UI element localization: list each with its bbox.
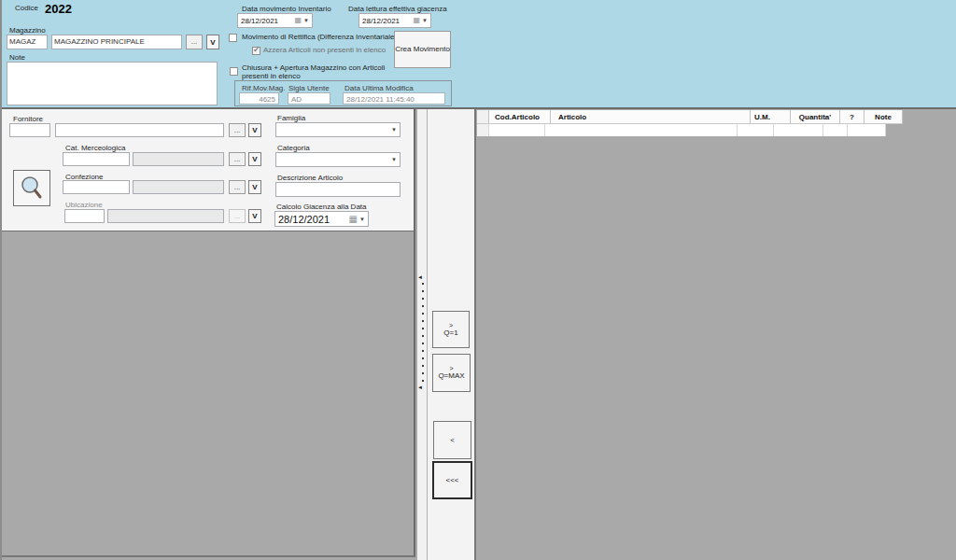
calendar-icon: ▦ (294, 17, 302, 24)
add-quantity-one-button[interactable]: > Q=1 (432, 311, 470, 348)
categoria-label: Categoria (277, 144, 310, 152)
data-lettura-value: 28/12/2021 (362, 17, 413, 25)
data-lettura-datepicker[interactable]: 28/12/2021 ▦ ▼ (358, 13, 431, 28)
cell-note[interactable] (848, 124, 886, 136)
column-header-note[interactable]: Note (865, 110, 903, 124)
magazzino-label: Magazzino (9, 26, 46, 35)
row-selector-cell[interactable] (477, 124, 489, 136)
chevron-down-icon: ▼ (391, 157, 397, 162)
data-modifica-label: Data Ultima Modifica (344, 84, 414, 92)
magazzino-name-input[interactable]: MAGAZZINO PRINCIPALE (51, 35, 182, 49)
rettifica-checkbox-label: Movimento di Rettifica (Differenza Inven… (242, 33, 397, 41)
chevron-down-icon: ▼ (359, 217, 365, 222)
calcolo-giacenza-value: 28/12/2021 (278, 214, 349, 225)
top-panel: Codice 2022 Magazzino MAGAZ MAGAZZINO PR… (2, 0, 956, 109)
chevron-down-icon: ▼ (303, 18, 309, 23)
confezione-browse-button[interactable]: ... (229, 180, 246, 194)
remove-all-label: <<< (445, 476, 458, 485)
splitter-dots (422, 283, 424, 384)
codice-label: Codice (15, 4, 38, 12)
fornitore-label: Fornitore (13, 115, 43, 123)
fornitore-name-input[interactable] (55, 123, 224, 137)
add-quantity-max-label: Q=MAX (438, 371, 464, 381)
chiusura-checkbox[interactable] (230, 67, 238, 76)
remove-all-button[interactable]: <<< (432, 461, 472, 499)
chevron-down-icon: ▼ (422, 18, 428, 23)
search-icon (20, 175, 44, 202)
descrizione-input[interactable] (275, 182, 401, 197)
column-header-flag[interactable]: ? (840, 110, 865, 124)
inventory-movement-window: Codice 2022 Magazzino MAGAZ MAGAZZINO PR… (0, 0, 956, 560)
left-empty-area (2, 231, 415, 557)
confezione-name-input (133, 180, 224, 194)
famiglia-select[interactable]: ▼ (275, 122, 401, 137)
confezione-code-input[interactable] (63, 180, 130, 194)
articles-table: Cod.Articolo Articolo U.M. Quantita' ? N… (474, 109, 956, 560)
row-selector-header[interactable] (477, 110, 489, 124)
sigla-utente-label: Sigla Utente (288, 84, 330, 92)
ubicazione-label: Ubicazione (65, 201, 103, 209)
cell-flag[interactable] (823, 124, 848, 136)
column-header-cod-articolo[interactable]: Cod.Articolo (489, 110, 551, 124)
data-modifica-value: 28/12/2021 11:45:40 (343, 92, 445, 105)
magazzino-browse-button[interactable]: ... (186, 35, 203, 49)
magazzino-view-button[interactable]: V (206, 35, 219, 49)
cat-merceologica-label: Cat. Merceologica (65, 144, 125, 152)
cell-cod-articolo[interactable] (489, 124, 545, 136)
azzera-checkbox-label: Azzera Articoli non presenti in elenco (263, 46, 386, 54)
magazzino-code-input[interactable]: MAGAZ (7, 35, 48, 49)
ubicazione-view-button[interactable]: V (248, 209, 261, 223)
remove-one-label: < (450, 436, 455, 445)
data-movimento-label: Data movimento Inventario (242, 5, 331, 13)
data-lettura-label: Data lettura effettiva giacenza (348, 5, 447, 13)
fornitore-code-input[interactable] (9, 123, 50, 137)
note-label: Note (9, 53, 25, 62)
remove-one-button[interactable]: < (433, 421, 471, 459)
chevron-down-icon: ▼ (391, 127, 397, 133)
add-quantity-one-label: Q=1 (443, 329, 457, 338)
confezione-view-button[interactable]: V (248, 180, 261, 194)
cell-articolo[interactable] (545, 124, 738, 136)
sigla-utente-value: AD (288, 92, 330, 105)
search-button[interactable] (13, 170, 50, 206)
splitter-collapse-bottom-icon[interactable]: ◄ (417, 385, 423, 390)
column-header-articolo[interactable]: Articolo (551, 110, 751, 124)
cat-merceologica-view-button[interactable]: V (248, 152, 261, 166)
check-icon: ✔ (253, 47, 260, 54)
arrow-right-icon: > (449, 322, 453, 329)
splitter-collapse-top-icon[interactable]: ◄ (417, 274, 423, 280)
cell-um[interactable] (738, 124, 774, 136)
column-header-quantita[interactable]: Quantita' (791, 110, 840, 124)
rif-mov-label: Rif.Mov.Mag. (242, 84, 286, 92)
note-textarea[interactable] (7, 62, 218, 105)
cat-merceologica-name-input (133, 152, 224, 166)
calcolo-giacenza-datepicker[interactable]: 28/12/2021 ▦ ▼ (274, 211, 369, 227)
data-movimento-datepicker[interactable]: 28/12/2021 ▦ ▼ (237, 13, 313, 28)
table-header-row: Cod.Articolo Articolo U.M. Quantita' ? N… (477, 110, 903, 124)
cell-quantita[interactable] (774, 124, 823, 136)
add-quantity-max-button[interactable]: > Q=MAX (432, 354, 471, 392)
cat-merceologica-code-input[interactable] (63, 152, 130, 166)
azzera-checkbox[interactable]: ✔ (252, 47, 260, 55)
chiusura-checkbox-label: Chiusura + Apertura Magazzino con Artico… (242, 63, 391, 80)
calcolo-giacenza-label: Calcolo Giacenza alla Data (276, 203, 367, 211)
ubicazione-browse-button: ... (229, 209, 246, 223)
descrizione-label: Descrizione Articolo (277, 174, 343, 182)
ubicazione-name-input (107, 209, 224, 223)
arrow-right-icon: > (449, 365, 453, 371)
table-row (477, 124, 886, 136)
calendar-icon: ▦ (349, 215, 358, 224)
ubicazione-code-input[interactable] (64, 209, 105, 223)
rif-mov-value: 4625 (239, 92, 279, 105)
movement-info-groupbox: Rif.Mov.Mag. Sigla Utente Data Ultima Mo… (234, 80, 452, 106)
famiglia-label: Famiglia (277, 114, 305, 122)
codice-value: 2022 (45, 2, 72, 16)
cat-merceologica-browse-button[interactable]: ... (229, 152, 246, 166)
crea-movimento-button[interactable]: Crea Movimento (394, 31, 451, 68)
column-header-um[interactable]: U.M. (751, 110, 791, 124)
rettifica-checkbox[interactable] (229, 34, 237, 42)
fornitore-view-button[interactable]: V (248, 123, 261, 137)
data-movimento-value: 28/12/2021 (241, 17, 294, 25)
fornitore-browse-button[interactable]: ... (229, 123, 246, 137)
categoria-select[interactable]: ▼ (275, 152, 401, 167)
